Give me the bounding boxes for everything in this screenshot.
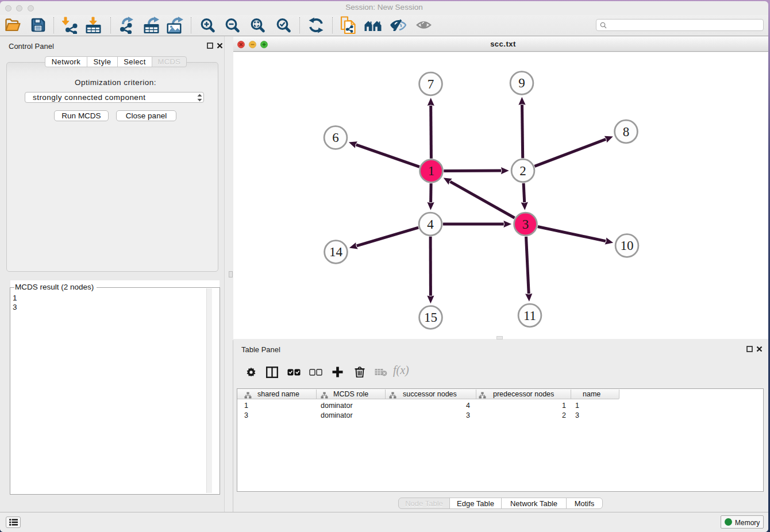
- svg-text:7: 7: [428, 77, 434, 91]
- svg-text:11: 11: [523, 309, 536, 323]
- svg-text:1: 1: [428, 164, 435, 178]
- svg-text:2: 2: [519, 164, 526, 178]
- svg-text:14: 14: [329, 245, 343, 259]
- svg-text:10: 10: [621, 238, 634, 253]
- svg-text:9: 9: [518, 76, 525, 90]
- svg-text:8: 8: [623, 125, 630, 139]
- svg-text:4: 4: [427, 217, 434, 232]
- svg-text:15: 15: [424, 310, 437, 325]
- svg-text:6: 6: [332, 130, 339, 145]
- svg-text:3: 3: [522, 217, 529, 232]
